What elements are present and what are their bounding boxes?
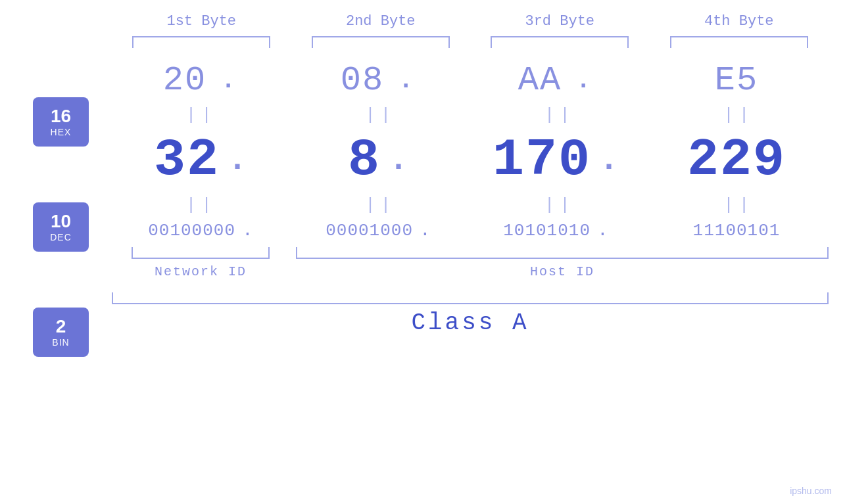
bin-dot-3: . [597, 220, 608, 241]
host-bracket-wrap [289, 247, 829, 259]
hex-badge: 16 HEX [33, 97, 89, 147]
bin-val-1: 00100000 [148, 221, 235, 241]
id-labels: Network ID Host ID [112, 264, 829, 279]
dec-dot-1: . [228, 141, 247, 179]
host-id-label: Host ID [530, 264, 594, 279]
main-container: 16 HEX 10 DEC 2 BIN 1st Byte 2nd Byte 3r… [0, 0, 845, 504]
equals-row-1: || || || || [112, 105, 829, 125]
header-byte2: 2nd Byte [299, 13, 463, 30]
eq1-3: || [491, 105, 629, 125]
dec-row: 32 . 8 . 170 . 229 [112, 130, 829, 190]
bracket-top-2 [312, 36, 450, 48]
network-id-wrap: Network ID [112, 264, 289, 279]
dec-dot-3: . [599, 141, 619, 179]
dec-val-1: 32 [154, 130, 220, 190]
eq1-4: || [670, 105, 808, 125]
hex-dot-1: . [218, 66, 238, 95]
hex-row: 20 . 08 . AA . E5 [112, 61, 829, 100]
class-bracket [112, 292, 829, 304]
dec-badge-num: 10 [51, 212, 71, 232]
host-bracket [296, 247, 829, 259]
equals-row-2: || || || || [112, 195, 829, 215]
bin-dot-1: . [242, 220, 253, 241]
hex-val-2: 08 [341, 61, 384, 100]
class-label: Class A [112, 309, 829, 336]
eq2-2: || [312, 195, 450, 215]
class-bracket-section: Class A [112, 292, 829, 336]
hex-val-1: 20 [163, 61, 206, 100]
eq1-2: || [312, 105, 450, 125]
dec-val-3: 170 [493, 130, 591, 190]
header-byte1: 1st Byte [119, 13, 283, 30]
bin-dot-2: . [420, 220, 431, 241]
network-bracket [132, 247, 270, 259]
hex-val-4: E5 [715, 61, 758, 100]
hex-badge-num: 16 [51, 106, 71, 127]
header-byte4: 4th Byte [657, 13, 821, 30]
dec-dot-2: . [389, 141, 408, 179]
eq2-3: || [491, 195, 629, 215]
eq2-1: || [132, 195, 270, 215]
host-id-wrap: Host ID [289, 264, 829, 279]
bin-row: 00100000 . 00001000 . 10101010 . 1110010… [112, 220, 829, 241]
network-id-label: Network ID [155, 264, 247, 279]
eq2-4: || [670, 195, 808, 215]
hex-val-3: AA [518, 61, 562, 100]
bracket-top-1 [132, 36, 270, 48]
top-brackets [112, 36, 829, 48]
hex-badge-label: HEX [51, 127, 72, 137]
column-headers: 1st Byte 2nd Byte 3rd Byte 4th Byte [112, 13, 829, 30]
bin-badge-num: 2 [56, 317, 66, 337]
network-bracket-wrap [112, 247, 289, 259]
dec-val-2: 8 [348, 130, 381, 190]
eq1-1: || [132, 105, 270, 125]
bin-badge-label: BIN [52, 337, 69, 348]
hex-dot-3: . [573, 66, 593, 95]
header-byte3: 3rd Byte [477, 13, 642, 30]
watermark: ipshu.com [790, 486, 832, 496]
bin-val-3: 10101010 [503, 221, 591, 241]
bracket-top-4 [670, 36, 808, 48]
dec-val-4: 229 [687, 130, 786, 190]
bin-badge: 2 BIN [33, 308, 89, 357]
bin-val-4: 11100101 [693, 221, 781, 241]
dec-badge-label: DEC [50, 232, 72, 242]
bracket-top-3 [491, 36, 629, 48]
bottom-brackets-section [112, 247, 829, 259]
bin-val-2: 00001000 [326, 221, 413, 241]
hex-dot-2: . [396, 66, 416, 95]
dec-badge: 10 DEC [33, 202, 89, 252]
